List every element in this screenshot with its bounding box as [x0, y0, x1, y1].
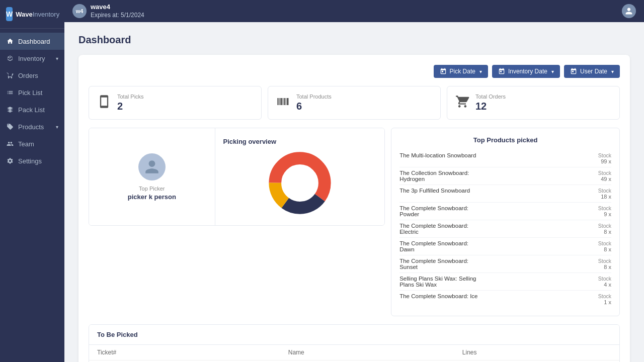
- product-stock: Stock 9 x: [598, 205, 611, 217]
- stat-label-orders: Total Orders: [475, 94, 506, 100]
- stock-value: 4 x: [598, 282, 611, 288]
- box-icon: [6, 54, 14, 62]
- home-icon: [6, 37, 14, 45]
- col-name: Name: [280, 345, 454, 360]
- user-date-filter[interactable]: User Date ▾: [564, 65, 620, 78]
- sidebar-item-pack-list[interactable]: Pack List: [0, 101, 64, 118]
- product-name: The 3p Fulfilled Snowboard: [399, 188, 470, 194]
- stock-value: 99 x: [598, 158, 611, 164]
- stock-label: Stock: [598, 188, 611, 194]
- stock-value: 8 x: [598, 264, 611, 270]
- col-ticket: Ticket#: [89, 345, 280, 360]
- sidebar-item-label-products: Products: [18, 123, 44, 131]
- topbar-user: w4 wave4 Expires at: 5/1/2024: [72, 3, 144, 19]
- topbar-right-avatar[interactable]: [622, 4, 636, 18]
- cart-icon: [6, 71, 14, 79]
- top-picker-label: Top Picker: [139, 186, 165, 192]
- sidebar-item-inventory[interactable]: Inventory ▾: [0, 50, 64, 67]
- svg-point-3: [284, 167, 315, 199]
- sidebar-item-label-orders: Orders: [18, 72, 38, 79]
- ticket-cell: 1003: [89, 360, 280, 363]
- user-date-caret: ▾: [611, 69, 614, 74]
- sidebar-item-dashboard[interactable]: Dashboard: [0, 33, 64, 50]
- sidebar-item-team[interactable]: Team: [0, 135, 64, 152]
- sidebar-item-label-settings: Settings: [18, 157, 42, 165]
- app-logo: W WaveInventory: [0, 0, 64, 29]
- sidebar-item-label-pick-list: Pick List: [18, 89, 42, 97]
- name-cell: [280, 360, 454, 363]
- stock-label: Stock: [598, 293, 611, 299]
- to-be-picked-section: To Be Picked Ticket# Name Lines 1003 110…: [89, 324, 620, 362]
- team-icon: [6, 140, 14, 148]
- product-stock: Stock 1 x: [598, 293, 611, 305]
- stat-value-products: 6: [296, 101, 332, 112]
- dashboard-card: Pick Date ▾ Inventory Date ▾ User Date ▾: [78, 55, 630, 362]
- sidebar-item-settings[interactable]: Settings: [0, 152, 64, 169]
- sidebar-item-products[interactable]: Products ▾: [0, 118, 64, 135]
- stat-total-orders: Total Orders 12: [447, 86, 620, 120]
- pick-date-caret: ▾: [479, 69, 482, 74]
- page-title: Dashboard: [78, 34, 630, 46]
- top-products-title: Top Products picked: [399, 136, 611, 144]
- left-panel: Top Picker picker k person Picking overv…: [89, 128, 385, 316]
- sidebar-item-label-team: Team: [18, 140, 34, 148]
- stock-label: Stock: [598, 258, 611, 264]
- product-list-item: The Complete Snowboard: Powder Stock 9 x: [399, 203, 611, 220]
- top-picker-avatar: [138, 153, 166, 180]
- product-name: The Complete Snowboard: Dawn: [399, 240, 480, 252]
- pick-date-label: Pick Date: [450, 68, 475, 75]
- phone-icon: [97, 95, 111, 112]
- table-row: 1003 1: [89, 360, 619, 363]
- stock-label: Stock: [598, 223, 611, 229]
- product-list-item: Selling Plans Ski Wax: Selling Plans Ski…: [399, 273, 611, 291]
- product-list-item: The Multi-location Snowboard Stock 99 x: [399, 150, 611, 167]
- filter-row: Pick Date ▾ Inventory Date ▾ User Date ▾: [89, 65, 620, 78]
- product-name: The Complete Snowboard: Sunset: [399, 258, 480, 270]
- topbar: w4 wave4 Expires at: 5/1/2024: [64, 0, 644, 22]
- avatar: w4: [72, 4, 87, 18]
- product-stock: Stock 99 x: [598, 152, 611, 164]
- content-area: Dashboard Pick Date ▾ Inventory Date ▾ U…: [64, 22, 644, 362]
- sidebar: W WaveInventory Dashboard Inventory ▾ Or…: [0, 0, 64, 362]
- stat-total-products: Total Products 6: [268, 86, 441, 120]
- stock-value: 8 x: [598, 229, 611, 235]
- product-name: Selling Plans Ski Wax: Selling Plans Ski…: [399, 276, 480, 288]
- product-list-item: The Complete Snowboard: Dawn Stock 8 x: [399, 238, 611, 255]
- stat-label-picks: Total Picks: [117, 94, 144, 100]
- stock-value: 1 x: [598, 299, 611, 305]
- donut-chart: [267, 150, 333, 216]
- barcode-icon: [276, 95, 290, 112]
- stock-value: 9 x: [598, 211, 611, 217]
- product-list-item: The Collection Snowboard: Hydrogen Stock…: [399, 167, 611, 185]
- product-stock: Stock 4 x: [598, 276, 611, 288]
- product-list-item: The 3p Fulfilled Snowboard Stock 18 x: [399, 185, 611, 203]
- sidebar-item-label-pack-list: Pack List: [18, 106, 45, 114]
- orders-cart-icon: [455, 95, 469, 112]
- product-name: The Collection Snowboard: Hydrogen: [399, 170, 480, 182]
- stat-label-products: Total Products: [296, 94, 332, 100]
- product-name: The Multi-location Snowboard: [399, 152, 476, 158]
- sidebar-item-label-dashboard: Dashboard: [18, 38, 50, 45]
- main-content: w4 wave4 Expires at: 5/1/2024 Dashboard …: [64, 0, 644, 362]
- sidebar-nav: Dashboard Inventory ▾ Orders Pick List: [0, 29, 64, 362]
- to-be-picked-table-wrap: Ticket# Name Lines 1003 11004 1: [89, 345, 619, 362]
- stat-info-orders: Total Orders 12: [475, 94, 506, 112]
- stock-label: Stock: [598, 170, 611, 176]
- sidebar-item-label-inventory: Inventory: [18, 55, 45, 62]
- top-picker-panel: Top Picker picker k person: [89, 128, 215, 225]
- inventory-date-filter[interactable]: Inventory Date ▾: [492, 65, 560, 78]
- stat-info-picks: Total Picks 2: [117, 94, 144, 112]
- stock-label: Stock: [598, 152, 611, 158]
- user-date-label: User Date: [580, 68, 607, 75]
- stock-label: Stock: [598, 276, 611, 282]
- sidebar-item-orders[interactable]: Orders: [0, 67, 64, 84]
- stock-label: Stock: [598, 205, 611, 211]
- product-list-item: The Complete Snowboard: Electric Stock 8…: [399, 220, 611, 238]
- stock-value: 49 x: [598, 176, 611, 182]
- chevron-down-icon: ▾: [56, 56, 58, 61]
- product-stock: Stock 8 x: [598, 240, 611, 252]
- product-name: The Complete Snowboard: Powder: [399, 205, 480, 217]
- pick-date-filter[interactable]: Pick Date ▾: [434, 65, 488, 78]
- sidebar-item-pick-list[interactable]: Pick List: [0, 84, 64, 101]
- top-products-panel: Top Products picked The Multi-location S…: [391, 128, 620, 316]
